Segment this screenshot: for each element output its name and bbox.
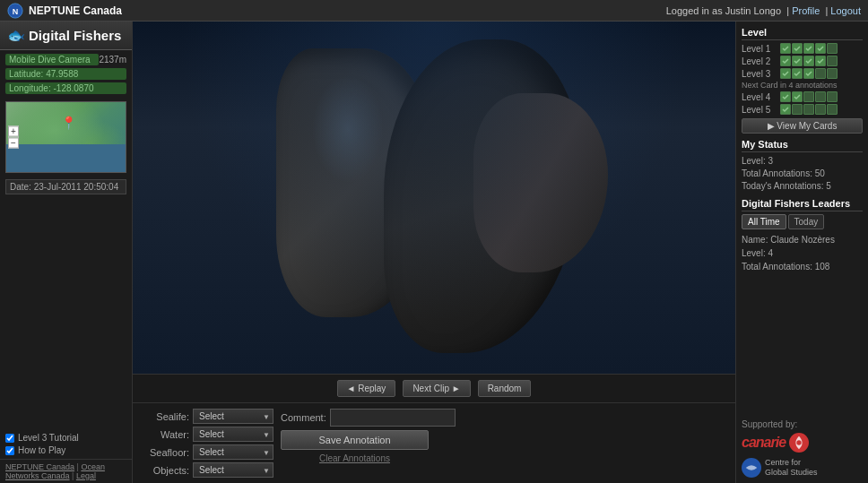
neptune-logo: N [7,3,23,19]
level2-icon5 [827,56,838,66]
svg-text:N: N [13,6,19,15]
level3-tutorial-checkbox[interactable] [5,434,14,443]
level3-icon2 [792,68,803,79]
levels-section: Level Level 1 Level 2 [742,27,863,134]
longitude-row: Longitude: -128.0870 [5,82,126,94]
clear-annotations-button[interactable]: Clear Annotations [281,453,429,463]
level3-icon3 [803,68,814,79]
next-clip-button[interactable]: Next Clip ► [403,380,470,397]
latitude-label: Latitude: 47.9588 [5,68,126,80]
level3-label: Level 3 [742,69,777,79]
level3-icon4 [815,68,826,79]
logged-in-text: Logged in as Justin Longo [666,5,781,16]
level2-icon3 [803,56,814,66]
depth-value: 2137m [99,55,126,65]
level5-icon3 [803,104,814,115]
cgs-emblem [742,458,761,478]
digital-fishers-title: Digital Fishers [29,28,121,43]
replay-button[interactable]: ◄ Replay [337,380,396,397]
rock-scene [133,22,735,374]
level4-label: Level 4 [742,92,777,102]
main-layout: 🐟 Digital Fishers Mobile Dive Camera 213… [0,22,868,483]
center-area: ◄ Replay Next Clip ► Random Sealife: Sel… [133,22,735,483]
top-bar-left: N NEPTUNE Canada [7,3,122,19]
level1-icon4 [815,43,826,54]
annotation-left: Sealife: Select Water: Select [140,409,273,478]
level3-row: Level 3 [742,68,863,79]
level4-icon4 [815,91,826,102]
map-zoom-controls[interactable]: + − [8,126,19,149]
top-bar-title: NEPTUNE Canada [29,4,122,17]
zoom-out-btn[interactable]: − [8,138,19,149]
level4-icon1 [780,91,791,102]
right-bottom: Supported by: canarie Centre fo [742,414,863,478]
leaders-title: Digital Fishers Leaders [742,198,863,211]
sealife-select-wrapper: Select [193,409,273,424]
digital-fishers-header[interactable]: 🐟 Digital Fishers [0,22,132,50]
level5-icon2 [792,104,803,115]
map-footer: Google Map Data · Terms of Use [6,172,126,173]
all-time-tab[interactable]: All Time [742,214,786,229]
objects-select[interactable]: Select [193,462,273,478]
sealife-row: Sealife: Select [140,409,273,424]
sealife-select[interactable]: Select [193,409,273,424]
comment-row: Comment: [281,409,456,427]
left-footer: NEPTUNE Canada | Ocean Networks Canada |… [0,459,132,483]
level3-tutorial-label: Level 3 Tutorial [18,433,79,443]
logout-link[interactable]: Logout [830,5,861,16]
neptune-canada-link[interactable]: NEPTUNE Canada [5,462,74,471]
level1-icons [780,43,838,54]
seafloor-select[interactable]: Select [193,444,273,460]
level1-icon2 [792,43,803,54]
water-select-wrapper: Select [193,427,273,442]
level5-icon1 [780,104,791,115]
leader-annotations: Total Annotations: 108 [742,260,863,273]
next-card-info: Next Card in 4 annotations [742,81,863,90]
level4-row: Level 4 [742,91,863,102]
level5-icons [780,104,838,115]
objects-label: Objects: [140,465,189,476]
comment-input[interactable] [330,409,456,427]
status-today: Today's Annotations: 5 [742,180,863,193]
cgs-logo: Centre forGlobal Studies [742,458,863,478]
level2-icons [780,56,838,66]
left-bottom: Level 3 Tutorial How to Play [0,197,132,459]
level3-tutorial-row: Level 3 Tutorial [5,433,126,443]
level1-icon1 [780,43,791,54]
profile-link[interactable]: Profile [792,5,820,16]
map-container[interactable]: 📍 + − Google Map Data · Terms of Use [5,101,126,173]
level4-icon5 [827,91,838,102]
digital-fishers-icon: 🐟 [7,27,25,44]
longitude-label: Longitude: -128.0870 [5,82,126,94]
camera-label: Mobile Dive Camera [5,54,99,65]
top-bar: N NEPTUNE Canada Logged in as Justin Lon… [0,0,868,22]
video-controls: ◄ Replay Next Clip ► Random [133,374,735,402]
objects-select-wrapper: Select [193,462,273,478]
leader-name: Name: Claude Nozères [742,233,863,246]
canarie-text: canarie [742,435,786,451]
legal-link[interactable]: Legal [76,471,96,480]
left-info: Mobile Dive Camera 2137m Latitude: 47.95… [0,50,132,98]
view-cards-button[interactable]: ▶ View My Cards [742,118,863,134]
level1-label: Level 1 [742,44,777,54]
save-annotation-button[interactable]: Save Annotation [281,430,429,450]
leaders-tabs: All Time Today [742,214,863,229]
water-column [133,22,735,374]
how-to-play-checkbox[interactable] [5,446,14,455]
latitude-row: Latitude: 47.9588 [5,68,126,80]
level2-icon2 [792,56,803,66]
water-select[interactable]: Select [193,427,273,442]
camera-row: Mobile Dive Camera 2137m [5,54,126,65]
svg-point-2 [796,440,801,444]
right-sidebar: Level Level 1 Level 2 [735,22,868,483]
today-tab[interactable]: Today [788,214,825,229]
level3-icons [780,68,838,79]
cgs-text: Centre forGlobal Studies [765,458,818,478]
levels-title: Level [742,27,863,40]
zoom-in-btn[interactable]: + [8,126,19,137]
level2-row: Level 2 [742,56,863,66]
video-area[interactable] [133,22,735,374]
random-button[interactable]: Random [478,380,532,397]
status-total: Total Annotations: 50 [742,168,863,180]
level5-label: Level 5 [742,105,777,115]
